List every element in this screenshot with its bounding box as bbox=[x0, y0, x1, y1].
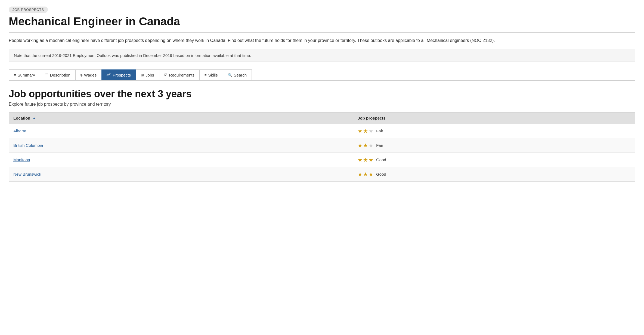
section-subtitle: Explore future job prospects by province… bbox=[9, 102, 635, 107]
prospect-label: Good bbox=[376, 172, 386, 176]
tab-description[interactable]: ☰ Description bbox=[40, 69, 76, 80]
star-empty: ★ bbox=[369, 142, 373, 149]
prospect-label: Fair bbox=[376, 143, 383, 148]
page-title: Mechanical Engineer in Canada bbox=[9, 15, 635, 28]
page-description: People working as a mechanical engineer … bbox=[9, 37, 635, 44]
tab-description-label: Description bbox=[50, 73, 70, 77]
skills-icon: ≡ bbox=[205, 73, 207, 77]
star-filled: ★ bbox=[363, 142, 368, 149]
star-filled: ★ bbox=[358, 157, 363, 163]
table-cell-prospects: ★★★Fair bbox=[353, 124, 635, 138]
table-cell-prospects: ★★★Good bbox=[353, 167, 635, 181]
location-link[interactable]: New Brunswick bbox=[13, 172, 41, 176]
tab-summary[interactable]: ≡ Summary bbox=[9, 69, 40, 80]
section-heading: Job opportunities over the next 3 years bbox=[9, 88, 635, 100]
star-filled: ★ bbox=[363, 171, 368, 178]
location-link[interactable]: Alberta bbox=[13, 129, 26, 133]
note-box: Note that the current 2019-2021 Employme… bbox=[9, 49, 635, 62]
table-cell-location: Alberta bbox=[9, 124, 354, 138]
wages-icon: $ bbox=[81, 73, 82, 77]
tab-requirements-label: Requirements bbox=[169, 73, 194, 77]
table-cell-location: New Brunswick bbox=[9, 167, 354, 181]
tab-search-label: Search bbox=[234, 73, 247, 77]
table-cell-prospects: ★★★Fair bbox=[353, 138, 635, 153]
star-filled: ★ bbox=[363, 128, 368, 134]
requirements-icon: ☑ bbox=[164, 73, 168, 77]
search-icon: 🔍 bbox=[228, 73, 232, 77]
star-rating: ★★★ bbox=[358, 142, 373, 149]
job-prospects-badge: JOB PROSPECTS bbox=[9, 7, 48, 13]
tab-search[interactable]: 🔍 Search bbox=[223, 69, 252, 80]
tab-wages-label: Wages bbox=[84, 73, 97, 77]
star-rating: ★★★ bbox=[358, 171, 373, 178]
tab-prospects[interactable]: Prospects bbox=[101, 69, 136, 80]
table-row: Alberta★★★Fair bbox=[9, 124, 635, 138]
star-filled: ★ bbox=[358, 171, 363, 178]
tab-wages[interactable]: $ Wages bbox=[75, 69, 102, 80]
star-filled: ★ bbox=[358, 128, 363, 134]
table-cell-location: Manitoba bbox=[9, 153, 354, 167]
tab-jobs[interactable]: ⊞ Jobs bbox=[136, 69, 159, 80]
tab-skills[interactable]: ≡ Skills bbox=[199, 69, 223, 80]
table-header-row: Location ▲ Job prospects bbox=[9, 112, 635, 124]
description-icon: ☰ bbox=[45, 73, 48, 77]
star-rating: ★★★ bbox=[358, 128, 373, 134]
prospects-table: Location ▲ Job prospects Alberta★★★FairB… bbox=[9, 112, 635, 182]
star-empty: ★ bbox=[369, 128, 373, 134]
sort-arrow-icon: ▲ bbox=[33, 116, 36, 120]
location-link[interactable]: Manitoba bbox=[13, 157, 30, 162]
star-filled: ★ bbox=[358, 142, 363, 149]
summary-icon: ≡ bbox=[14, 73, 16, 77]
tab-nav: ≡ Summary ☰ Description $ Wages Prospect… bbox=[9, 69, 635, 81]
tab-summary-label: Summary bbox=[18, 73, 35, 77]
table-row: New Brunswick★★★Good bbox=[9, 167, 635, 181]
tab-jobs-label: Jobs bbox=[145, 73, 154, 77]
star-filled: ★ bbox=[369, 171, 373, 178]
star-filled: ★ bbox=[363, 157, 368, 163]
prospects-icon bbox=[107, 72, 111, 78]
star-filled: ★ bbox=[369, 157, 373, 163]
table-cell-location: British Columbia bbox=[9, 138, 354, 153]
table-row: Manitoba★★★Good bbox=[9, 153, 635, 167]
title-divider bbox=[9, 32, 635, 33]
table-row: British Columbia★★★Fair bbox=[9, 138, 635, 153]
table-cell-prospects: ★★★Good bbox=[353, 153, 635, 167]
col-location-header[interactable]: Location ▲ bbox=[9, 112, 354, 124]
star-rating: ★★★ bbox=[358, 157, 373, 163]
location-link[interactable]: British Columbia bbox=[13, 143, 43, 148]
tab-prospects-label: Prospects bbox=[113, 73, 131, 77]
tab-requirements[interactable]: ☑ Requirements bbox=[159, 69, 200, 80]
jobs-icon: ⊞ bbox=[141, 73, 144, 77]
col-prospects-header: Job prospects bbox=[353, 112, 635, 124]
prospect-label: Fair bbox=[376, 129, 383, 133]
prospect-label: Good bbox=[376, 157, 386, 162]
tab-skills-label: Skills bbox=[208, 73, 218, 77]
